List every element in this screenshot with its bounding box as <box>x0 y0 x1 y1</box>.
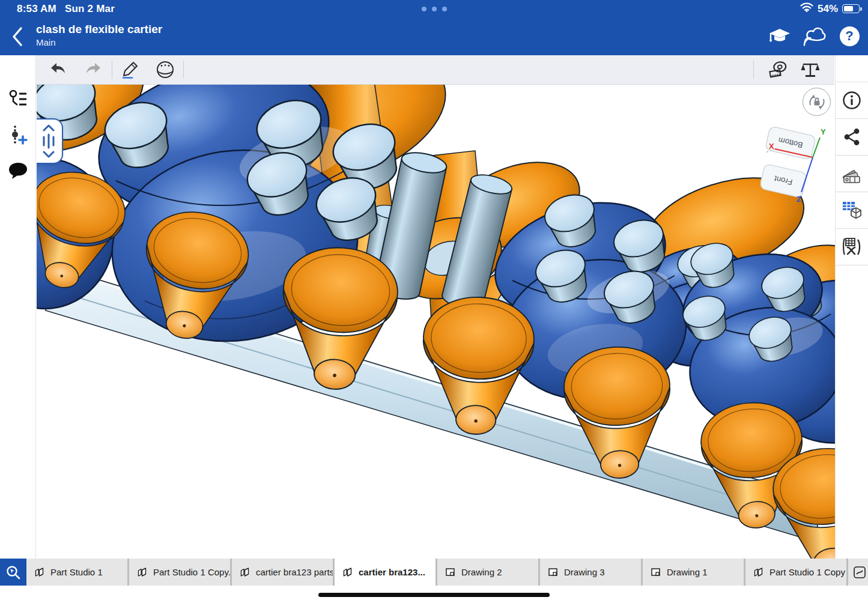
tab-drawing-1[interactable]: Drawing 1 <box>643 559 744 586</box>
tab-label: Drawing 3 <box>564 567 605 577</box>
multitask-dots-icon <box>422 7 447 11</box>
tab-bar: Part Studio 1 Part Studio 1 Copy... cart… <box>0 559 868 586</box>
mass-properties-scale-icon[interactable] <box>797 58 824 82</box>
tab-part-studio-1[interactable]: Part Studio 1 <box>26 559 127 586</box>
back-button[interactable] <box>11 26 29 47</box>
status-time: 8:53 AM <box>17 3 56 14</box>
part-studio-icon <box>34 566 46 578</box>
tab-drawing-3[interactable]: Drawing 3 <box>540 559 641 586</box>
help-glyph: ? <box>845 28 853 44</box>
tab-label: Drawing 2 <box>461 567 502 577</box>
search-icon <box>5 565 21 580</box>
tab-label: cartier bra123 parts <box>256 567 333 577</box>
triad-axis-z: Z <box>797 195 801 204</box>
tab-cartier-bra123-active[interactable]: cartier bra123... <box>335 559 436 586</box>
chevron-down-icon <box>42 151 55 158</box>
bom-table-icon[interactable] <box>836 192 868 229</box>
tab-label: Drawing 1 <box>667 567 708 577</box>
measure-tape-icon[interactable] <box>765 58 791 82</box>
appearance-swatches-icon[interactable] <box>836 156 868 192</box>
home-indicator[interactable] <box>318 593 550 597</box>
redo-button[interactable] <box>80 58 107 82</box>
sketch-pencil-icon[interactable] <box>117 58 144 82</box>
part-studio-icon <box>239 566 251 578</box>
drawing-icon <box>547 566 559 578</box>
battery-icon <box>842 4 860 13</box>
tab-part-studio-1-copy[interactable]: Part Studio 1 Copy... <box>129 559 230 586</box>
right-sidebar <box>835 55 868 559</box>
status-bar: 8:53 AMSun 2 Mar 54% <box>0 0 868 18</box>
info-icon[interactable] <box>836 82 868 119</box>
tab-label: Part Studio 1 Copy 1 <box>769 567 846 577</box>
document-header: clash de flexible cartier Main <box>0 18 868 55</box>
tab-label: Part Studio 1 <box>50 567 103 577</box>
status-date: Sun 2 Mar <box>65 3 115 14</box>
chevron-up-icon <box>42 124 55 132</box>
triad-axis-x: X <box>769 142 774 151</box>
drawing-icon <box>445 566 457 578</box>
help-icon[interactable]: ? <box>838 24 861 48</box>
left-sidebar <box>0 55 36 559</box>
battery-percent: 54% <box>818 3 838 15</box>
tab-drawing-2[interactable]: Drawing 2 <box>437 559 538 586</box>
part-studio-icon <box>342 566 354 578</box>
share-icon[interactable] <box>836 119 868 156</box>
status-time-date: 8:53 AMSun 2 Mar <box>17 3 115 15</box>
3d-model-canvas[interactable] <box>37 85 835 559</box>
education-cap-icon[interactable] <box>768 24 791 48</box>
feature-list-icon[interactable] <box>0 85 36 112</box>
triad-axis-y: Y <box>821 127 826 136</box>
tab-cartier-bra123-parts[interactable]: cartier bra123 parts <box>232 559 333 586</box>
feature-panel-pull-tab[interactable] <box>37 118 63 164</box>
tab-label: cartier bra123... <box>359 567 425 577</box>
top-bar: 8:53 AMSun 2 Mar 54% clash de flexible c… <box>0 0 868 55</box>
configurations-icon[interactable] <box>836 229 868 265</box>
tab-part-studio-1-copy-1[interactable]: Part Studio 1 Copy 1 <box>745 559 846 586</box>
view-orientation-triad[interactable]: Bottom Front X Y Z <box>760 118 835 208</box>
document-title: clash de flexible cartier <box>36 22 162 37</box>
toolbar <box>36 55 834 85</box>
appearance-sphere-icon[interactable] <box>152 58 178 82</box>
sync-cloud-icon[interactable] <box>803 24 826 48</box>
part-studio-icon <box>136 566 148 578</box>
rotate-lock-button[interactable] <box>803 88 831 116</box>
drawing-icon <box>650 566 662 578</box>
insert-feature-icon[interactable] <box>0 122 36 148</box>
tab-search-button[interactable] <box>0 559 26 586</box>
tab-overflow-icon <box>853 566 866 579</box>
model-viewport[interactable]: Bottom Front X Y Z <box>37 85 835 559</box>
part-studio-icon <box>753 566 765 578</box>
undo-button[interactable] <box>44 58 71 82</box>
home-strip <box>0 586 868 603</box>
comment-icon[interactable] <box>0 158 36 184</box>
workspace-name: Main <box>36 37 162 48</box>
tab-overflow-partial[interactable] <box>848 559 868 586</box>
wifi-icon <box>800 2 813 15</box>
drag-handle-icon <box>41 133 56 149</box>
tab-label: Part Studio 1 Copy... <box>153 567 230 577</box>
